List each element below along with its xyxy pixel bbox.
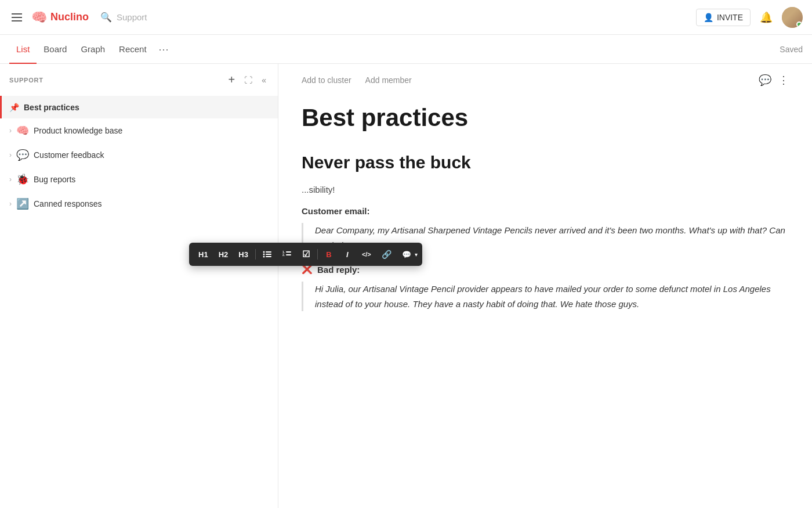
svg-point-0: [263, 251, 264, 253]
svg-point-4: [263, 256, 264, 258]
toolbar-divider: [255, 249, 256, 260]
svg-rect-3: [266, 254, 271, 255]
document-heading: Never pass the buck: [302, 151, 789, 174]
logo-icon: 🧠: [31, 10, 47, 25]
chevron-right-icon: ›: [9, 200, 12, 208]
add-item-button[interactable]: +: [226, 71, 238, 89]
search-placeholder: Support: [117, 12, 147, 22]
search-icon: 🔍: [100, 12, 112, 23]
svg-rect-1: [266, 251, 271, 253]
online-status-dot: [796, 21, 802, 27]
chevron-right-icon: ›: [9, 151, 12, 159]
sidebar-item-customer-feedback[interactable]: › 💬 Customer feedback ☐: [0, 143, 278, 167]
bad-reply-text: Bad reply:: [317, 265, 360, 275]
sidebar-item-canned-responses[interactable]: › ↗️ Canned responses ☐: [0, 192, 278, 216]
toolbar-arrow: ▾: [415, 251, 418, 258]
item-icon: 💬: [16, 149, 29, 161]
italic-button[interactable]: I: [339, 246, 356, 262]
code-button[interactable]: </>: [357, 246, 376, 262]
checkbox-button[interactable]: ☑: [298, 246, 315, 262]
sidebar-item-bug-reports[interactable]: › 🐞 Bug reports ☐: [0, 167, 278, 192]
hamburger-menu[interactable]: [9, 11, 24, 24]
document-partial-text: ...sibility!: [302, 183, 789, 197]
tab-recent[interactable]: Recent: [112, 35, 154, 64]
chevron-right-icon: ›: [9, 175, 12, 183]
logo: 🧠 Nuclino: [31, 10, 89, 25]
sidebar-title: SUPPORT: [9, 77, 222, 84]
bold-button[interactable]: B: [320, 246, 338, 262]
sidebar: SUPPORT + ⛶ « 📌 Best practices ☐ › 🧠 Pro…: [0, 64, 278, 508]
chevron-right-icon: ›: [9, 127, 12, 135]
sidebar-item-label: Customer feedback: [34, 150, 256, 160]
add-to-cluster-button[interactable]: Add to cluster: [302, 73, 351, 87]
tab-graph[interactable]: Graph: [74, 35, 112, 64]
user-avatar[interactable]: [782, 7, 803, 28]
invite-label: INVITE: [717, 13, 743, 22]
more-options-button[interactable]: ⋮: [778, 74, 789, 87]
top-nav: 🧠 Nuclino 🔍 Support 👤 INVITE 🔔: [0, 0, 812, 35]
sidebar-item-label: Canned responses: [34, 199, 256, 208]
x-icon: ❌: [302, 264, 313, 275]
customer-email-label: Customer email:: [302, 206, 789, 216]
comment-toolbar-button[interactable]: 💬: [397, 246, 416, 262]
tab-board[interactable]: Board: [37, 35, 74, 64]
comment-button[interactable]: 💬: [759, 74, 771, 87]
bad-reply-label: ❌ Bad reply:: [302, 264, 789, 275]
main-layout: SUPPORT + ⛶ « 📌 Best practices ☐ › 🧠 Pro…: [0, 64, 812, 508]
tab-list[interactable]: List: [9, 35, 37, 64]
link-button[interactable]: 🔗: [377, 246, 396, 262]
h3-button[interactable]: H3: [234, 246, 253, 262]
invite-icon: 👤: [704, 13, 713, 22]
sidebar-list: 📌 Best practices ☐ › 🧠 Product knowledge…: [0, 96, 278, 508]
nav-right: 👤 INVITE 🔔: [696, 7, 803, 28]
sidebar-header: SUPPORT + ⛶ «: [0, 64, 278, 96]
collapse-sidebar-button[interactable]: «: [259, 73, 269, 87]
svg-rect-7: [286, 251, 291, 253]
document-title: Best practices: [302, 103, 789, 132]
sidebar-item-label: Best practices: [24, 103, 256, 112]
content-body: Best practices Never pass the buck ...si…: [278, 92, 812, 508]
svg-rect-5: [266, 256, 271, 257]
tabs-more-button[interactable]: ⋯: [154, 35, 173, 64]
text-fragment: ...sibility!: [302, 185, 335, 194]
content-header: Add to cluster Add member 💬 ⋮: [278, 64, 812, 92]
active-bar: [0, 96, 2, 118]
content-header-right: 💬 ⋮: [759, 74, 789, 87]
item-icon: 🐞: [16, 173, 29, 186]
content-area: Add to cluster Add member 💬 ⋮ Best pract…: [278, 64, 812, 508]
logo-text: Nuclino: [50, 11, 89, 23]
item-icon: ↗️: [16, 197, 29, 210]
formatting-toolbar: H1 H2 H3 1. 2. ☑ B I </> 🔗 💬 ▾: [189, 243, 422, 266]
item-icon: 🧠: [16, 124, 29, 137]
svg-text:2.: 2.: [282, 253, 285, 257]
h2-button[interactable]: H2: [214, 246, 233, 262]
notification-bell-icon[interactable]: 🔔: [760, 11, 773, 24]
sidebar-item-label: Product knowledge base: [34, 126, 256, 135]
bad-reply-quote-text: Hi Julia, our Artisanal Vintage Pencil p…: [315, 282, 789, 311]
sidebar-item-best-practices[interactable]: 📌 Best practices ☐: [0, 96, 278, 118]
view-tabs: List Board Graph Recent ⋯ Saved: [0, 35, 812, 64]
svg-rect-9: [286, 254, 291, 255]
sidebar-item-product-knowledge[interactable]: › 🧠 Product knowledge base ☐: [0, 118, 278, 143]
ordered-list-button[interactable]: 1. 2.: [278, 246, 296, 262]
label-text: Customer email:: [302, 206, 370, 216]
search-area[interactable]: 🔍 Support: [100, 12, 689, 23]
sidebar-item-label: Bug reports: [34, 175, 256, 184]
invite-button[interactable]: 👤 INVITE: [696, 9, 751, 26]
bad-reply-quote: Hi Julia, our Artisanal Vintage Pencil p…: [302, 282, 789, 311]
svg-point-2: [263, 254, 264, 255]
h1-button[interactable]: H1: [194, 246, 213, 262]
saved-indicator: Saved: [780, 45, 803, 54]
expand-button[interactable]: ⛶: [242, 73, 255, 87]
unordered-list-button[interactable]: [258, 246, 277, 262]
add-member-button[interactable]: Add member: [365, 73, 412, 87]
pin-icon: 📌: [9, 103, 19, 112]
toolbar-divider-2: [317, 249, 318, 260]
